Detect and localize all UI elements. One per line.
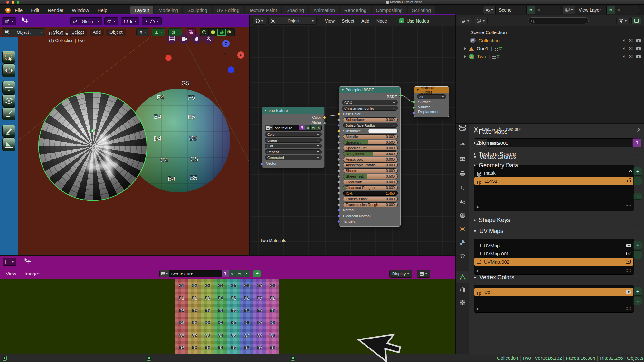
uv-map-item[interactable]: UVMap bbox=[474, 242, 634, 250]
rotate-tool[interactable] bbox=[2, 94, 15, 107]
editor-type-button[interactable] bbox=[2, 17, 16, 25]
fake-user-button[interactable]: ꟻ bbox=[299, 125, 305, 130]
value-slider[interactable]: Clearcoat: 0.000 bbox=[343, 180, 398, 184]
new-image-button[interactable]: ⧉ bbox=[229, 270, 236, 277]
pivot-point-dropdown[interactable] bbox=[104, 17, 118, 25]
principled-row[interactable]: Specular: 0.500 Specular: Specular: Spec… bbox=[343, 140, 398, 145]
outliner-filter-mode-button[interactable] bbox=[474, 17, 488, 24]
input-socket[interactable] bbox=[337, 181, 340, 183]
tab-tool[interactable] bbox=[456, 138, 469, 151]
select-box-tool[interactable] bbox=[2, 51, 15, 64]
outliner-scene-collection-row[interactable]: Scene Collection bbox=[456, 28, 644, 36]
unlink-scene-button[interactable]: ✕ bbox=[535, 6, 543, 14]
workspace-tab[interactable]: Rendering bbox=[340, 6, 371, 14]
material-output-node[interactable]: Material Output All Surface Volume Displ… bbox=[414, 86, 449, 117]
selectable-icon[interactable]: ➤ bbox=[621, 38, 626, 43]
panel-grip[interactable]: :::: bbox=[636, 275, 641, 279]
sidebar-toggle-icon[interactable]: ‹ bbox=[247, 50, 248, 55]
tab-scene[interactable] bbox=[456, 196, 469, 208]
workspace-tab[interactable]: Sculpting bbox=[183, 6, 212, 14]
annotate-tool[interactable] bbox=[2, 125, 15, 138]
principled-row[interactable]: Tangent Tangent Tangent Tangent bbox=[343, 219, 398, 224]
input-socket[interactable] bbox=[337, 163, 340, 166]
output-target-dropdown[interactable]: All bbox=[417, 94, 446, 99]
remove-vertex-color-button[interactable]: − bbox=[633, 297, 642, 305]
tab-view-layer[interactable] bbox=[456, 182, 469, 194]
vertex-group-specials-button[interactable] bbox=[633, 193, 642, 200]
principled-row[interactable]: Transmission: 0.000 Transmission: Transm… bbox=[343, 197, 398, 201]
vertex-color-item[interactable]: Col bbox=[474, 288, 633, 296]
collapsed-panel[interactable]: Texture Space bbox=[474, 150, 644, 158]
lock-open-icon[interactable] bbox=[628, 172, 631, 174]
tab-render[interactable] bbox=[456, 153, 469, 165]
workspace-tab[interactable]: Animation bbox=[309, 6, 339, 14]
vector-input-socket[interactable] bbox=[260, 163, 263, 166]
view-layer-name[interactable]: View Layer bbox=[575, 6, 606, 14]
principled-row[interactable]: Sheen: 0.000 Sheen: Sheen: Sheen: bbox=[343, 168, 398, 173]
add-uv-map-button[interactable]: + bbox=[633, 241, 642, 249]
principled-bsdf-node[interactable]: Principled BSDF BSDF GGX Christensen-Bur… bbox=[339, 86, 401, 227]
value-slider[interactable]: Clearcoat Roughne: 0.030 bbox=[343, 185, 398, 190]
principled-row[interactable]: Subsurface Radius Subsurface Radius Subs… bbox=[343, 123, 398, 128]
unlink-image-button[interactable]: ✕ bbox=[243, 270, 250, 277]
copy-scene-button[interactable]: ⧉ bbox=[526, 6, 535, 14]
surface-input-socket[interactable] bbox=[412, 101, 415, 104]
image-name[interactable]: two texture bbox=[169, 270, 222, 277]
list-expand-icon[interactable]: ▸ bbox=[477, 305, 479, 311]
collapsed-panel[interactable]: Face Maps bbox=[474, 128, 644, 135]
value-slider[interactable]: Subsurface: 0.000 bbox=[343, 117, 398, 122]
active-render-icon[interactable] bbox=[626, 252, 631, 255]
workspace-tab[interactable]: Scripting bbox=[408, 6, 435, 14]
scale-tool[interactable] bbox=[2, 107, 15, 120]
active-render-icon[interactable] bbox=[626, 244, 631, 247]
tab-output[interactable] bbox=[456, 167, 469, 180]
open-image-button[interactable]: 🗀 bbox=[310, 125, 316, 130]
image-texture-node[interactable]: one texture Color Alpha one texture ꟻ ⧉ … bbox=[262, 107, 325, 168]
collapsed-panel[interactable]: Geometry Data bbox=[474, 162, 644, 169]
value-slider[interactable]: Metallic: 0.000 bbox=[343, 134, 398, 139]
uv-map-item[interactable]: UVMap.002 bbox=[474, 258, 633, 266]
object-type-filter-dropdown[interactable] bbox=[136, 28, 149, 36]
mode-dropdown[interactable]: Object .. bbox=[2, 28, 45, 36]
vertex-group-item[interactable]: 11451 bbox=[474, 177, 633, 185]
outliner-search-input[interactable] bbox=[528, 17, 589, 24]
hide-viewport-icon[interactable] bbox=[629, 55, 633, 58]
tab-editor-type[interactable] bbox=[456, 124, 469, 134]
input-socket[interactable] bbox=[337, 113, 340, 116]
outliner-object-two-row[interactable]: Two | ▽ ➤ bbox=[456, 52, 644, 60]
minimize-window-button[interactable] bbox=[12, 1, 14, 4]
color-swatch[interactable] bbox=[368, 129, 398, 133]
wireframe-shading-button[interactable] bbox=[200, 29, 209, 36]
principled-row[interactable]: Metallic: 0.000 Metallic: Metallic: Meta… bbox=[343, 134, 398, 139]
workspace-tab[interactable]: UV Editing bbox=[213, 6, 244, 14]
image-name[interactable]: one texture bbox=[273, 125, 299, 130]
workspace-tab[interactable]: Modeling bbox=[154, 6, 182, 14]
value-slider[interactable]: Transmission Rough: 0.000 bbox=[343, 202, 398, 207]
input-socket[interactable] bbox=[337, 209, 340, 212]
workspace-tab[interactable]: Shading bbox=[282, 6, 308, 14]
scene-icon[interactable] bbox=[483, 6, 496, 14]
viewport-canvas[interactable]: 4 G5F4F5E4E5D4D5C4C5B4B5 User Orthograph… bbox=[18, 15, 249, 255]
menubar-menu[interactable]: Window bbox=[69, 6, 92, 14]
bsdf-output-socket[interactable] bbox=[399, 94, 402, 97]
view-layer-icon[interactable] bbox=[563, 6, 575, 14]
principled-row[interactable]: Clearcoat Roughne: 0.030 Clearcoat Rough… bbox=[343, 185, 398, 190]
pin-image-button[interactable] bbox=[253, 270, 261, 277]
input-socket[interactable] bbox=[337, 147, 340, 150]
principled-row[interactable]: Specular Tint: 0.000 Specular Tint: Spec… bbox=[343, 146, 398, 151]
principled-row[interactable]: Roughness: 0.500 Roughness: Roughness: R… bbox=[343, 151, 398, 156]
image-editor-type-button[interactable] bbox=[3, 258, 16, 266]
workspace-tab[interactable]: Compositing bbox=[372, 6, 407, 14]
row-dropdown[interactable]: Subsurface Radius bbox=[343, 123, 398, 128]
uv-map-item[interactable]: UVMap.001 bbox=[474, 250, 634, 258]
input-socket[interactable] bbox=[337, 152, 340, 155]
tab-particles[interactable] bbox=[456, 250, 469, 262]
close-window-button[interactable] bbox=[6, 1, 9, 4]
value-slider[interactable]: Roughness: 0.500 bbox=[343, 151, 398, 156]
principled-row[interactable]: Anisotropic: 0.000 Anisotropic: Anisotro… bbox=[343, 157, 398, 162]
vertex-group-item[interactable]: mask bbox=[474, 169, 634, 177]
value-slider[interactable]: Transmission: 0.000 bbox=[343, 197, 398, 201]
distribution-dropdown[interactable]: GGX bbox=[342, 100, 398, 105]
principled-row[interactable]: Base Color Base Color Base Color Base Co… bbox=[343, 112, 398, 116]
principled-row[interactable]: Transmission Rough: 0.000 Transmission R… bbox=[343, 202, 398, 207]
